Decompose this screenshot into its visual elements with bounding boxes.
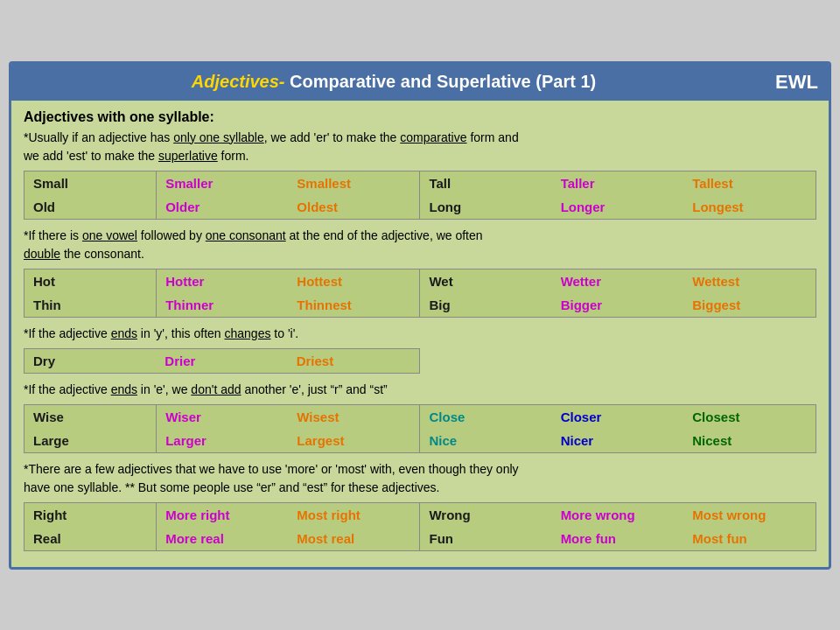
adj-table3: Dry Drier Driest: [24, 349, 419, 373]
cell: Tallest: [683, 172, 816, 195]
cell: Wise: [24, 405, 157, 429]
cell: Thin: [24, 293, 157, 317]
cell: Real: [24, 527, 157, 550]
cell: Taller: [552, 172, 684, 195]
cell: Wettest: [683, 270, 816, 293]
section5-text: *There are a few adjectives that we have…: [24, 460, 816, 497]
table-row: Wise Wiser Wisest Close Closer Closest: [24, 405, 816, 429]
table-row: Dry Drier Driest: [24, 349, 419, 373]
table-row: Thin Thinner Thinnest Big Bigger Biggest: [24, 293, 816, 317]
table-row: Large Larger Largest Nice Nicer Nicest: [24, 429, 816, 452]
cell: Biggest: [683, 293, 816, 317]
section4-text: *If the adjective ends in 'e', we don't …: [24, 381, 816, 399]
cell: Large: [24, 429, 157, 452]
cell: Largest: [288, 429, 420, 452]
cell: Fun: [420, 527, 552, 550]
cell: Long: [420, 195, 552, 219]
cell: Hottest: [288, 270, 420, 293]
header-ewl: EWL: [766, 71, 818, 94]
cell: More wrong: [552, 503, 684, 527]
header: Adjectives- Comparative and Superlative …: [11, 64, 829, 101]
section2-text: *If there is one vowel followed by one c…: [24, 227, 816, 263]
adj-table4: Wise Wiser Wisest Close Closer Closest L…: [24, 405, 816, 452]
table-row: Right More right Most right Wrong More w…: [24, 503, 816, 527]
table-row: Real More real Most real Fun More fun Mo…: [24, 527, 816, 550]
cell: Hot: [24, 270, 157, 293]
table-row: Hot Hotter Hottest Wet Wetter Wettest: [24, 270, 816, 293]
table4: Wise Wiser Wisest Close Closer Closest L…: [24, 404, 816, 453]
cell: Close: [420, 405, 552, 429]
cell: Longer: [552, 195, 684, 219]
cell: Dry: [24, 349, 156, 373]
content-area: Adjectives with one syllable: *Usually i…: [11, 101, 829, 567]
cell: Small: [24, 172, 157, 195]
cell: Driest: [288, 349, 419, 373]
table1: Small Smaller Smallest Tall Taller Talle…: [24, 171, 816, 220]
section1-text: *Usually if an adjective has only one sy…: [24, 129, 816, 165]
cell: Big: [420, 293, 552, 317]
header-title: Adjectives- Comparative and Superlative …: [22, 72, 766, 92]
cell: Old: [24, 195, 157, 219]
cell: Older: [157, 195, 289, 219]
cell: Most right: [288, 503, 420, 527]
cell: Thinner: [157, 293, 289, 317]
table-row: Old Older Oldest Long Longer Longest: [24, 195, 816, 219]
cell: Hotter: [157, 270, 289, 293]
header-adj: Adjectives-: [192, 72, 285, 91]
adj-table5: Right More right Most right Wrong More w…: [24, 503, 816, 550]
cell: Larger: [157, 429, 289, 452]
cell: Oldest: [288, 195, 420, 219]
cell: More fun: [552, 527, 684, 550]
cell: Drier: [156, 349, 287, 373]
cell: Wetter: [552, 270, 684, 293]
header-rest: Comparative and Superlative (Part 1): [290, 72, 596, 91]
cell: Smallest: [288, 172, 420, 195]
table2: Hot Hotter Hottest Wet Wetter Wettest Th…: [24, 269, 816, 318]
cell: Closer: [552, 405, 684, 429]
cell: Nicest: [683, 429, 816, 452]
cell: Most real: [288, 527, 420, 550]
cell: Right: [24, 503, 157, 527]
cell: More right: [157, 503, 289, 527]
cell: Tall: [420, 172, 552, 195]
cell: Closest: [683, 405, 816, 429]
section3-text: *If the adjective ends in 'y', this ofte…: [24, 325, 816, 343]
cell: Wrong: [420, 503, 552, 527]
cell: Longest: [683, 195, 816, 219]
cell: Most wrong: [683, 503, 816, 527]
cell: Wisest: [288, 405, 420, 429]
table5: Right More right Most right Wrong More w…: [24, 502, 816, 551]
cell: Bigger: [552, 293, 684, 317]
adj-table1: Small Smaller Smallest Tall Taller Talle…: [24, 172, 816, 219]
cell: More real: [157, 527, 289, 550]
cell: Wiser: [157, 405, 289, 429]
adj-table2: Hot Hotter Hottest Wet Wetter Wettest Th…: [24, 270, 816, 317]
table3: Dry Drier Driest: [24, 348, 420, 374]
main-container: Adjectives- Comparative and Superlative …: [9, 61, 831, 570]
cell: Thinnest: [288, 293, 420, 317]
cell: Nice: [420, 429, 552, 452]
cell: Most fun: [683, 527, 816, 550]
table-row: Small Smaller Smallest Tall Taller Talle…: [24, 172, 816, 195]
cell: Smaller: [157, 172, 289, 195]
section1-title: Adjectives with one syllable:: [24, 109, 816, 125]
cell: Nicer: [552, 429, 684, 452]
cell: Wet: [420, 270, 552, 293]
